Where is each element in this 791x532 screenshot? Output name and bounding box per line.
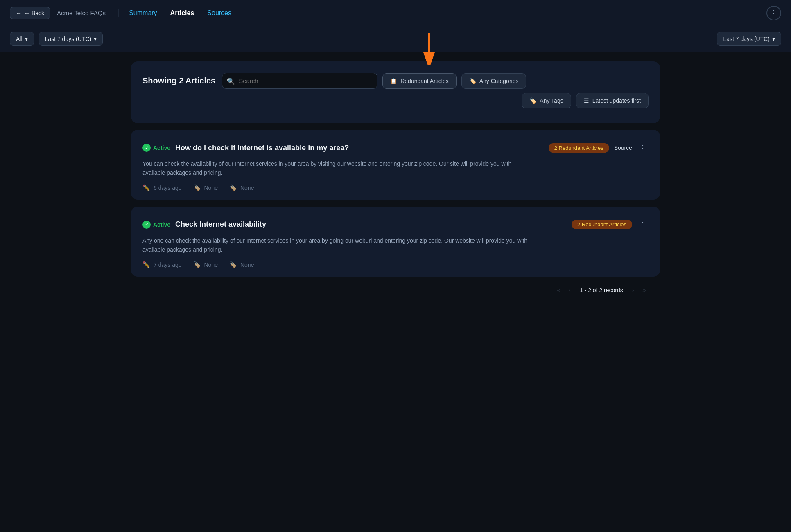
filters-right: 🔍 📋 Redundant Articles 🏷️ Any Categories: [222, 73, 649, 108]
orange-arrow: [417, 33, 441, 65]
active-status-icon: [142, 144, 151, 152]
first-page-button[interactable]: «: [554, 285, 563, 295]
chevron-down-icon: ▾: [94, 36, 97, 42]
article-meta: ✏️ 7 days ago 🏷️ None 🏷️ None: [142, 261, 649, 268]
tag-value: None: [240, 261, 254, 268]
more-options-button[interactable]: ⋮: [766, 6, 781, 20]
last-page-button[interactable]: »: [640, 285, 649, 295]
article-meta: ✏️ 6 days ago 🏷️ None 🏷️ None: [142, 184, 649, 192]
tag-value: None: [240, 185, 254, 191]
article-title[interactable]: How do I check if Internet is available …: [175, 144, 540, 152]
edit-icon: ✏️: [142, 184, 150, 192]
last-updated-meta: ✏️ 6 days ago: [142, 184, 182, 192]
category-value: None: [204, 261, 218, 268]
date-filter-right-label: Last 7 days (UTC): [723, 36, 770, 42]
navbar: ← ← Back Acme Telco FAQs | Summary Artic…: [0, 0, 791, 26]
top-row: Showing 2 Articles 🔍 📋 Redundant Article…: [142, 73, 649, 108]
category-meta: 🏷️ None: [193, 261, 218, 268]
edit-icon: ✏️: [142, 261, 150, 268]
source-label[interactable]: Source: [614, 144, 632, 151]
redundant-badge[interactable]: 2 Redundant Articles: [572, 220, 632, 229]
updated-label: 6 days ago: [154, 185, 182, 191]
sort-label: Latest updates first: [592, 97, 641, 104]
tags-sort-row: 🏷️ Any Tags ☰ Latest updates first: [222, 93, 649, 108]
article-more-button[interactable]: ⋮: [637, 218, 649, 231]
date-filter-dropdown[interactable]: Last 7 days (UTC) ▾: [39, 32, 103, 46]
main-content: Showing 2 Articles 🔍 📋 Redundant Article…: [121, 52, 670, 313]
tab-summary[interactable]: Summary: [129, 8, 157, 18]
pagination: « ‹ 1 - 2 of 2 records › »: [131, 277, 660, 304]
tag-icon: 🏷️: [529, 97, 536, 104]
page-of: of: [593, 287, 599, 293]
page-range: 1 - 2: [580, 287, 591, 293]
search-filter-section: Showing 2 Articles 🔍 📋 Redundant Article…: [131, 61, 660, 123]
prev-page-button[interactable]: ‹: [566, 285, 573, 295]
showing-label: Showing 2 Articles: [142, 76, 215, 86]
article-actions: Source ⋮: [614, 141, 649, 154]
status-label: Active: [153, 144, 170, 151]
category-tag-icon: 🏷️: [193, 184, 201, 192]
article-description: Any one can check the availability of ou…: [142, 236, 536, 255]
article-title[interactable]: Check Internet availability: [175, 220, 563, 229]
categories-filter-button[interactable]: 🏷️ Any Categories: [461, 73, 527, 89]
tab-sources[interactable]: Sources: [207, 8, 231, 18]
tags-label: Any Tags: [540, 97, 563, 104]
all-filter-label: All: [16, 36, 23, 42]
nav-divider: |: [117, 8, 119, 18]
back-button[interactable]: ← ← Back: [10, 7, 50, 19]
tags-filter-button[interactable]: 🏷️ Any Tags: [522, 93, 571, 108]
status-label: Active: [153, 221, 170, 228]
status-badge: Active: [142, 221, 170, 229]
nav-tabs: Summary Articles Sources: [129, 8, 231, 18]
divider: [131, 200, 660, 200]
search-icon: 🔍: [227, 77, 235, 85]
redundant-articles-label: Redundant Articles: [400, 78, 449, 84]
tag-meta: 🏷️ None: [229, 184, 254, 192]
page-info: 1 - 2 of 2 records: [580, 287, 623, 293]
last-updated-meta: ✏️ 7 days ago: [142, 261, 182, 268]
showing-label-container: Showing 2 Articles: [142, 73, 215, 86]
sort-icon: ☰: [584, 97, 589, 104]
filter-bar: All ▾ Last 7 days (UTC) ▾ Last 7 days (U…: [0, 26, 791, 52]
page-total: 2: [599, 287, 602, 293]
chevron-down-icon: ▾: [772, 36, 775, 42]
article-header: Active Check Internet availability 2 Red…: [142, 218, 649, 231]
date-filter-label: Last 7 days (UTC): [45, 36, 92, 42]
next-page-button[interactable]: ›: [630, 285, 637, 295]
back-label: ← Back: [24, 10, 44, 16]
articles-list: Active How do I check if Internet is ava…: [131, 130, 660, 277]
categories-label: Any Categories: [479, 78, 519, 84]
search-row: 🔍 📋 Redundant Articles 🏷️ Any Categories: [222, 73, 649, 89]
tag-icon: 🏷️: [229, 261, 237, 268]
category-icon: 🏷️: [469, 78, 476, 84]
active-status-icon: [142, 221, 151, 229]
date-filter-right-dropdown[interactable]: Last 7 days (UTC) ▾: [717, 32, 781, 46]
sort-button[interactable]: ☰ Latest updates first: [576, 93, 649, 108]
article-description: You can check the availability of our In…: [142, 159, 536, 178]
tag-meta: 🏷️ None: [229, 261, 254, 268]
updated-label: 7 days ago: [154, 261, 182, 268]
article-header: Active How do I check if Internet is ava…: [142, 141, 649, 154]
category-tag-icon: 🏷️: [193, 261, 201, 268]
page-records: records: [604, 287, 623, 293]
category-value: None: [204, 185, 218, 191]
tag-icon: 🏷️: [229, 184, 237, 192]
search-input[interactable]: [222, 73, 377, 89]
status-badge: Active: [142, 144, 170, 152]
article-card: Active How do I check if Internet is ava…: [131, 130, 660, 200]
back-icon: ←: [16, 10, 22, 16]
redundant-articles-button[interactable]: 📋 Redundant Articles: [382, 73, 457, 89]
nav-title: Acme Telco FAQs: [57, 9, 106, 16]
chevron-down-icon: ▾: [25, 36, 28, 42]
more-icon: ⋮: [770, 9, 777, 18]
redundant-icon: 📋: [390, 78, 397, 84]
tab-articles[interactable]: Articles: [170, 8, 194, 18]
redundant-badge[interactable]: 2 Redundant Articles: [549, 143, 609, 153]
article-actions: ⋮: [637, 218, 649, 231]
article-card: Active Check Internet availability 2 Red…: [131, 207, 660, 277]
all-filter-dropdown[interactable]: All ▾: [10, 32, 34, 46]
search-input-container: 🔍: [222, 73, 377, 89]
category-meta: 🏷️ None: [193, 184, 218, 192]
article-more-button[interactable]: ⋮: [637, 141, 649, 154]
